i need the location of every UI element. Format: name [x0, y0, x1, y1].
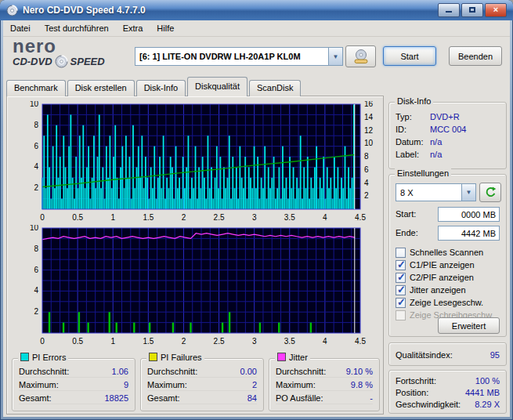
svg-text:4.5: 4.5	[355, 213, 366, 222]
disk-label-value: n/a	[430, 150, 442, 159]
svg-text:6: 6	[34, 266, 38, 274]
close-button[interactable]: ×	[485, 3, 507, 17]
stat-label: Durchschnitt:	[147, 367, 197, 376]
svg-text:16: 16	[364, 101, 374, 108]
menu-datei[interactable]: Datei	[3, 21, 38, 35]
refresh-button[interactable]	[479, 183, 501, 202]
quit-button[interactable]: Beenden	[449, 46, 502, 66]
start-position-input[interactable]	[438, 207, 500, 222]
tab-bar: Benchmark Disk erstellen Disk-Info Diskq…	[6, 78, 302, 96]
svg-text:3.5: 3.5	[284, 213, 295, 222]
menu-test-durchfuehren[interactable]: Test durchführen	[38, 21, 116, 35]
jitter-pif-chart: 24681000.511.522.533.544.5	[9, 225, 380, 346]
stat-label: Durchschnitt:	[276, 367, 326, 376]
menu-extra[interactable]: Extra	[116, 21, 150, 35]
maximize-button[interactable]	[461, 3, 483, 17]
jitter-legend-swatch	[277, 353, 286, 361]
checkbox-jitter-anzeigen[interactable]: Jitter anzeigen	[396, 284, 466, 295]
tab-benchmark[interactable]: Benchmark	[6, 80, 66, 96]
end-position-input[interactable]	[438, 226, 500, 241]
svg-text:2.5: 2.5	[214, 213, 225, 222]
svg-text:8: 8	[34, 244, 38, 253]
tab-diskqualitaet[interactable]: Diskqualität	[187, 77, 247, 96]
svg-text:4: 4	[323, 337, 327, 346]
tab-disk-info[interactable]: Disk-Info	[136, 80, 186, 96]
maximize-icon	[469, 7, 475, 13]
logo-cd-dvd-text: CD-DVD	[13, 56, 52, 67]
position-value: 4441 MB	[465, 388, 500, 397]
start-button[interactable]: Start	[383, 46, 436, 66]
stat-value: 2	[252, 380, 257, 389]
chevron-down-icon: ▼	[328, 48, 342, 65]
checkbox-icon	[396, 260, 406, 270]
progress-label: Fortschritt:	[396, 376, 436, 386]
svg-text:4.5: 4.5	[355, 337, 366, 346]
stat-value: 9.10 %	[346, 367, 373, 376]
svg-text:1: 1	[110, 337, 115, 346]
checkbox-c2-pif-anzeigen[interactable]: C2/PIF anzeigen	[396, 272, 474, 283]
chevron-down-icon: ▼	[461, 184, 475, 201]
disc-icon	[55, 55, 68, 68]
svg-text:2.5: 2.5	[214, 337, 225, 346]
stat-label: Maximum:	[147, 380, 187, 389]
settings-title: Einstellungen	[395, 168, 451, 178]
end-position-label: Ende:	[396, 228, 418, 237]
svg-text:8: 8	[364, 152, 369, 161]
speed-value: 8.29 X	[475, 400, 500, 409]
app-window: Nero CD-DVD Speed 4.7.7.0 × Datei Test d…	[0, 0, 513, 420]
jitter-stats-title: Jitter	[289, 353, 308, 362]
drive-select[interactable]: [6: 1] LITE-ON DVDRW LH-20A1P KL0M ▼	[135, 47, 343, 66]
nero-logo: nero CD-DVD SPEED	[13, 38, 130, 72]
quality-index-label: Qualitätsindex:	[396, 350, 453, 360]
hand-disc-icon	[352, 49, 370, 64]
checkbox-schnelles-scannen[interactable]: Schnelles Scannen	[396, 247, 483, 258]
svg-text:2: 2	[364, 191, 369, 200]
disk-info-label: ID:	[396, 125, 406, 134]
eject-disc-button[interactable]	[345, 45, 376, 67]
stat-value: 0.00	[240, 367, 257, 376]
checkbox-c1-pie-anzeigen[interactable]: C1/PIE anzeigen	[396, 259, 475, 270]
pi-errors-chart: 24681024681012141600.511.522.533.544.5	[9, 101, 380, 222]
stat-value: 9.8 %	[351, 380, 373, 389]
logo-speed-text: SPEED	[70, 56, 105, 67]
svg-text:0.5: 0.5	[72, 337, 83, 346]
advanced-button[interactable]: Erweitert	[438, 317, 500, 334]
svg-text:4: 4	[364, 179, 369, 187]
disc-quality-panel: 24681024681012141600.511.522.533.544.5 2…	[6, 96, 384, 415]
checkbox-zeige-lesegeschw[interactable]: Zeige Lesegeschw.	[396, 297, 483, 308]
disk-id-value: MCC 004	[430, 125, 466, 134]
progress-value: 100 %	[475, 376, 500, 386]
stat-label: Gesamt:	[147, 393, 180, 403]
speed-label: Geschwindigkeit:	[396, 400, 461, 409]
tab-scandisk[interactable]: ScanDisk	[249, 80, 301, 96]
menu-hilfe[interactable]: Hilfe	[150, 21, 181, 35]
svg-text:2: 2	[182, 337, 186, 346]
svg-text:3: 3	[252, 337, 257, 346]
stat-value: 18825	[104, 393, 128, 403]
tab-disk-erstellen[interactable]: Disk erstellen	[67, 80, 135, 96]
svg-text:0: 0	[40, 213, 45, 222]
svg-text:2: 2	[182, 213, 186, 222]
svg-text:1.5: 1.5	[143, 213, 154, 222]
svg-text:8: 8	[34, 121, 38, 129]
minimize-button[interactable]	[438, 3, 460, 17]
svg-text:6: 6	[364, 165, 369, 174]
minimize-icon	[446, 11, 452, 13]
start-position-label: Start:	[396, 209, 416, 219]
refresh-icon	[485, 186, 497, 198]
stat-label: Gesamt:	[19, 393, 52, 403]
svg-text:1.5: 1.5	[143, 337, 154, 346]
stat-value: -	[370, 393, 373, 403]
svg-text:4: 4	[34, 286, 38, 295]
svg-text:6: 6	[34, 142, 38, 150]
pi-failures-stats-title: PI Failures	[161, 353, 202, 362]
scan-speed-select[interactable]: 8 X ▼	[396, 183, 476, 201]
nero-logo-word: nero	[13, 38, 130, 55]
stat-label: PO Ausfälle:	[276, 393, 323, 403]
titlebar[interactable]: Nero CD-DVD Speed 4.7.7.0 ×	[0, 0, 513, 20]
drive-select-value: [6: 1] LITE-ON DVDRW LH-20A1P KL0M	[135, 52, 328, 61]
pi-failures-stats: PI Failures Durchschnitt:0.00 Maximum:2 …	[140, 358, 264, 411]
svg-text:10: 10	[30, 101, 39, 108]
svg-text:2: 2	[34, 307, 38, 316]
quality-index-value: 95	[490, 350, 500, 360]
